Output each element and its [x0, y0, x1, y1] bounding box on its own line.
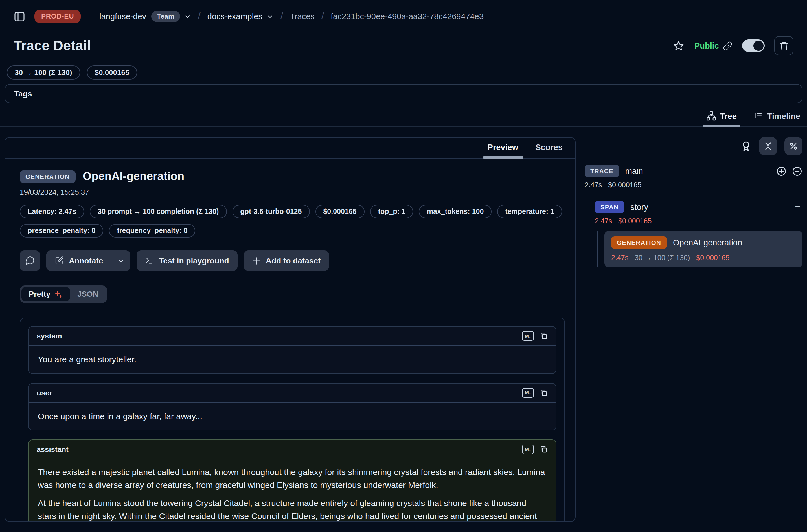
- breadcrumb-project[interactable]: langfuse-dev Team: [99, 11, 191, 22]
- copy-icon: [540, 445, 548, 454]
- observation-meta-badges-row1: Latency: 2.47s 30 prompt → 100 completio…: [20, 205, 565, 218]
- tab-tree[interactable]: Tree: [705, 107, 738, 126]
- tree-branch: GENERATION OpenAI-generation 2.47s 30 → …: [597, 231, 803, 267]
- message-header: assistant M↓: [29, 440, 556, 459]
- title-actions: Public: [673, 36, 793, 55]
- temperature-badge: temperature: 1: [497, 205, 562, 218]
- copy-button[interactable]: [540, 332, 548, 340]
- tab-tree-label: Tree: [720, 111, 737, 120]
- tab-preview[interactable]: Preview: [486, 138, 520, 158]
- tree-controls: [585, 137, 803, 155]
- model-badge: gpt-3.5-turbo-0125: [232, 205, 309, 218]
- trace-detail-page: PROD-EU langfuse-dev Team / docs-example…: [0, 0, 807, 532]
- trace-name: main: [625, 167, 643, 175]
- message-card-system: system M↓: [28, 326, 557, 374]
- copy-icon: [540, 388, 548, 397]
- format-json-segment[interactable]: JSON: [70, 287, 106, 301]
- message-tools: M↓: [522, 331, 548, 341]
- observation-header: GENERATION OpenAI-generation: [20, 170, 565, 183]
- cost-badge: $0.000165: [315, 205, 364, 218]
- award-icon: [740, 140, 752, 152]
- trace-summary-badges: 30 → 100 (Σ 130) $0.000165: [0, 65, 807, 79]
- timeline-icon: [754, 111, 763, 121]
- breadcrumb-traces-link[interactable]: Traces: [290, 12, 315, 21]
- generation-cost: $0.000165: [696, 254, 729, 262]
- public-share-link[interactable]: Public: [694, 41, 732, 51]
- environment-badge: PROD-EU: [34, 10, 81, 23]
- tags-bar[interactable]: Tags: [4, 84, 803, 103]
- message-paragraph: At the heart of Lumina stood the towerin…: [38, 497, 547, 522]
- message-content: Once upon a time in a galaxy far, far aw…: [29, 402, 556, 430]
- minus-circle-icon: [792, 166, 803, 176]
- chevron-down-icon[interactable]: [266, 13, 274, 20]
- plus-icon: [252, 256, 261, 265]
- public-toggle[interactable]: [742, 39, 765, 52]
- tree-node-trace[interactable]: TRACE main: [585, 165, 803, 189]
- content-area: Preview Scores GENERATION OpenAI-generat…: [0, 137, 807, 522]
- latency-badge: Latency: 2.47s: [20, 205, 84, 218]
- comment-button[interactable]: [20, 250, 40, 271]
- public-label: Public: [694, 41, 719, 50]
- trace-latency: 2.47s: [585, 181, 602, 189]
- generation-metrics: 2.47s 30 → 100 (Σ 130) $0.000165: [611, 254, 796, 262]
- trace-cost: $0.000165: [608, 181, 641, 189]
- format-pretty-segment[interactable]: Pretty: [21, 287, 70, 301]
- annotate-label: Annotate: [69, 256, 103, 265]
- token-usage-badge: 30 prompt → 100 completion (Σ 130): [90, 205, 227, 218]
- tree-node-span[interactable]: SPAN story − 2.47s $0.000165: [595, 201, 803, 225]
- generation-type-badge: GENERATION: [611, 236, 667, 249]
- markdown-toggle-icon[interactable]: M↓: [522, 331, 534, 341]
- tree-icon: [706, 111, 716, 121]
- tree-node-generation-selected[interactable]: GENERATION OpenAI-generation 2.47s 30 → …: [604, 231, 803, 267]
- breadcrumb-folder[interactable]: docs-examples: [207, 12, 274, 21]
- span-name: story: [631, 203, 648, 212]
- tab-scores[interactable]: Scores: [534, 138, 564, 158]
- max-tokens-badge: max_tokens: 100: [419, 205, 492, 218]
- star-icon: [673, 40, 685, 52]
- title-row: Trace Detail Public: [0, 33, 807, 59]
- observation-preview-panel: Preview Scores GENERATION OpenAI-generat…: [4, 137, 576, 522]
- span-type-badge: SPAN: [595, 201, 624, 213]
- tab-timeline[interactable]: Timeline: [753, 107, 801, 126]
- topbar-divider: [90, 10, 90, 23]
- favorite-star-button[interactable]: [673, 40, 685, 52]
- annotate-split-button: Annotate: [46, 250, 130, 271]
- project-name: langfuse-dev: [99, 12, 146, 21]
- annotate-button[interactable]: Annotate: [46, 250, 111, 271]
- breadcrumb-separator: /: [198, 11, 200, 22]
- plus-circle-icon: [776, 166, 787, 176]
- org-type-badge: Team: [151, 11, 180, 22]
- terminal-icon: [145, 256, 154, 265]
- collapse-level-button[interactable]: [792, 166, 803, 176]
- playground-label: Test in playground: [159, 256, 229, 265]
- expand-all-button[interactable]: [776, 166, 787, 176]
- page-title: Trace Detail: [14, 38, 91, 54]
- scores-award-button[interactable]: [740, 140, 752, 152]
- observation-actions: Annotate: [20, 250, 565, 271]
- add-to-dataset-button[interactable]: Add to dataset: [244, 250, 329, 271]
- pretty-label: Pretty: [29, 290, 51, 299]
- sidebar-toggle-button[interactable]: [14, 11, 25, 22]
- annotate-dropdown-button[interactable]: [112, 250, 130, 271]
- json-label: JSON: [78, 290, 98, 299]
- trace-zoom-controls: [776, 166, 803, 176]
- test-in-playground-button[interactable]: Test in playground: [136, 250, 237, 271]
- markdown-toggle-icon[interactable]: M↓: [522, 388, 534, 397]
- delete-trace-button[interactable]: [774, 36, 793, 55]
- message-role: assistant: [37, 445, 69, 454]
- message-role: system: [37, 332, 62, 340]
- message-tools: M↓: [522, 388, 548, 397]
- pen-square-icon: [55, 256, 64, 265]
- copy-button[interactable]: [540, 445, 548, 454]
- observation-meta-badges-row2: presence_penalty: 0 frequency_penalty: 0: [20, 224, 565, 238]
- message-content: There existed a majestic planet called L…: [29, 459, 556, 522]
- span-collapse-button[interactable]: −: [793, 203, 803, 212]
- copy-button[interactable]: [540, 388, 548, 397]
- message-header: system M↓: [29, 327, 556, 346]
- presence-penalty-badge: presence_penalty: 0: [20, 224, 103, 238]
- chevron-down-icon[interactable]: [184, 13, 191, 20]
- metrics-percent-button[interactable]: [784, 137, 803, 155]
- trace-node-row: TRACE main: [585, 165, 803, 177]
- markdown-toggle-icon[interactable]: M↓: [522, 444, 534, 454]
- collapse-all-button[interactable]: [759, 137, 777, 155]
